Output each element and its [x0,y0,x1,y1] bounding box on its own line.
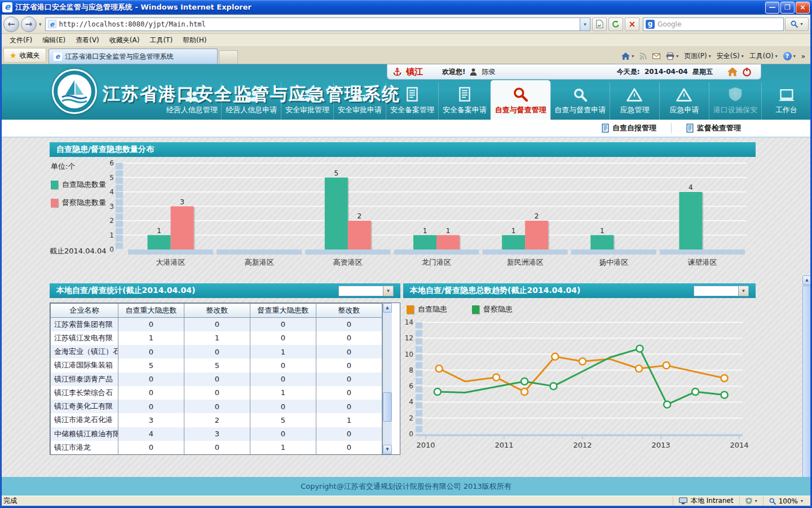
table-panel-title: 本地自查/督查统计(截止2014.04.04) [56,286,195,296]
print-button[interactable]: ▾ [666,52,678,60]
security-zone: 本地 Intranet [673,496,739,506]
compatibility-view-button[interactable] [592,17,607,31]
refresh-button[interactable] [608,17,623,31]
nav-safety-approval-mgmt[interactable]: 安全审批管理 [281,82,333,120]
read-mail-button[interactable] [652,53,660,59]
search-placeholder: Google [657,20,681,28]
nav-workbench[interactable]: 工作台 [761,82,811,120]
home-shortcut-icon[interactable] [727,67,738,76]
scroll-down-icon[interactable]: ▼ [383,445,392,454]
svg-text:5: 5 [109,174,114,182]
year-label: 2011 [495,441,513,449]
nav-operator-info-mgmt[interactable]: 经营人信息管理 [162,82,221,120]
subnav-self-report-mgmt[interactable]: 自查自报管理 [587,123,671,133]
bar [590,235,614,250]
tab-active[interactable]: e 江苏省港口安全监管与应急管理系统 [48,49,218,64]
table-row[interactable]: 江苏索普集团有限0000 [51,318,382,331]
menu-item-file[interactable]: 文件(F) [5,34,37,46]
data-point [692,388,699,395]
magnifier-icon [513,87,528,102]
close-button[interactable]: × [796,2,810,14]
page-menu-button[interactable]: 页面(P)▾ [684,51,711,61]
menu-item-edit[interactable]: 编辑(E) [37,34,70,46]
recent-pages-dropdown-icon[interactable]: ▾ [39,21,42,27]
data-point [721,375,728,382]
page-content: 自查隐患/督查隐患数量分布 单位:个 自查隐患数量 督察隐患数量 截止2014.… [0,138,812,477]
search-button[interactable]: ▾ [785,17,809,31]
bar-value-label: 2 [358,212,362,220]
help-menu-button[interactable]: ?▾ [783,52,796,60]
data-point [436,365,443,372]
nav-operator-info-apply[interactable]: 经营人信息申请 [221,82,280,120]
table-row[interactable]: 金海宏业（镇江）石0010 [51,345,382,358]
table-row[interactable]: 镇江奇美化工有限0000 [51,400,382,413]
menu-item-help[interactable]: 帮助(H) [178,34,211,46]
menu-item-tools[interactable]: 工具(T) [144,34,178,46]
nav-selfcheck-supervision-apply[interactable]: 自查与督查申请 [550,82,610,120]
scroll-up-icon[interactable]: ▲ [383,303,392,313]
minimize-button[interactable]: — [765,2,779,14]
more-commands-chevron[interactable]: » [801,52,805,60]
table-scroll-thumb[interactable] [383,392,392,422]
logout-power-icon[interactable] [742,67,752,77]
value-cell: 0 [316,400,382,413]
stop-button[interactable]: × [625,17,639,31]
maximize-button[interactable]: ❐ [780,2,795,14]
value-cell: 0 [184,400,250,413]
data-point [550,383,557,389]
subnav-supervision-check-mgmt[interactable]: 监督检查管理 [671,123,756,133]
data-point [493,374,500,381]
table-row[interactable]: 镇江港国际集装箱5500 [51,358,382,372]
bar-value-label: 1 [511,227,516,235]
table-filter-dropdown[interactable]: ▾ [338,286,394,296]
value-cell: 0 [250,400,316,413]
stats-table-panel: 本地自查/督查统计(截止2014.04.04) ▾ 企业名称 自查重大隐患数 整… [50,283,400,455]
home-button[interactable]: ▾ [621,52,634,60]
safety-menu-button[interactable]: 安全(S)▾ [717,51,744,61]
address-bar: ← → ▾ e http://localhost:8080/yjpt/Main.… [0,15,812,34]
nav-emergency-mgmt[interactable]: 应急管理 [610,82,659,120]
protected-mode-button[interactable]: ▾ [739,496,763,506]
favorites-button[interactable]: ★ 收藏夹 [3,48,46,63]
nav-safety-record-mgmt[interactable]: 安全备案管理 [386,82,438,120]
menu-item-favorites[interactable]: 收藏夹(A) [104,34,145,46]
nav-emergency-apply[interactable]: 应急申请 [659,82,709,120]
svg-text:1: 1 [109,231,114,239]
bar [679,192,702,249]
forward-button[interactable]: → [21,16,37,32]
table-row[interactable]: 镇江李长荣综合石0010 [51,386,382,400]
back-button[interactable]: ← [3,16,19,32]
table-row[interactable]: 镇江市港龙石化港3251 [51,413,382,427]
search-input[interactable]: g Google [643,17,784,31]
table-panel-header: 本地自查/督查统计(截止2014.04.04) ▾ [50,283,400,298]
table-row[interactable]: 中储粮镇江粮油有限4300 [51,427,382,441]
nav-port-facility-security[interactable]: 港口设施保安 [709,82,761,120]
line-filter-dropdown[interactable]: ▾ [694,286,749,296]
tools-menu-button[interactable]: 工具(O)▾ [749,51,778,61]
search-options-dropdown-icon[interactable]: ▾ [800,21,802,27]
feeds-button[interactable] [639,52,647,60]
address-dropdown-button[interactable]: ▾ [580,17,590,31]
zoom-control[interactable]: 100% ▾ [763,496,809,506]
table-scrollbar[interactable]: ▲ ▼ [382,303,392,454]
bar-value-label: 1 [423,227,427,235]
table-row[interactable]: 镇江恒泰沥青产品0000 [51,373,382,386]
menu-item-view[interactable]: 查看(V) [70,34,104,46]
new-tab-button[interactable] [219,50,238,64]
nav-safety-approval-apply[interactable]: 安全审批申请 [333,82,386,120]
category-label: 高新港区 [245,258,274,266]
data-point [663,362,670,369]
address-input[interactable]: e http://localhost:8080/yjpt/Main.html [45,17,580,31]
value-cell: 1 [316,413,382,427]
svg-text:2: 2 [109,217,114,225]
bar-value-label: 1 [600,227,604,235]
nav-safety-record-apply[interactable]: 安全备案申请 [438,82,491,120]
svg-text:3: 3 [109,203,114,211]
nav-selfcheck-supervision-mgmt[interactable]: 自查与督查管理 [491,80,550,120]
bar-value-label: 2 [535,212,539,220]
year-label: 2014 [730,441,748,449]
table-row[interactable]: 江苏镇江发电有限1100 [51,331,382,345]
svg-text:10: 10 [405,351,413,358]
user-bar: 镇江 欢迎您! 陈俊 今天是: 2014-04-04 星期五 [387,64,761,80]
table-row[interactable]: 镇江市港龙0010 [51,441,382,454]
